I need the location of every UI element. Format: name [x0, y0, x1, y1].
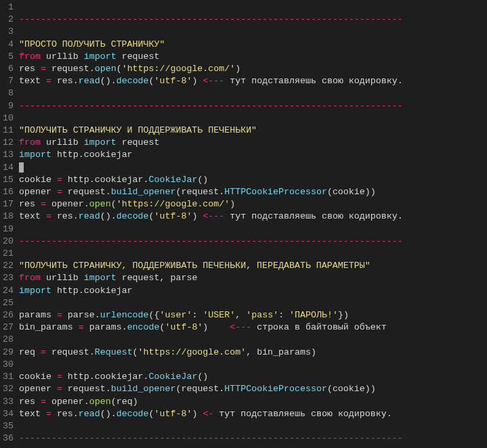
code-line[interactable]: 18text = res.read().decode('utf-8') <---… — [0, 210, 487, 223]
code-line[interactable]: 6res = request.open('https://google.com/… — [0, 63, 487, 75]
code-line[interactable]: 1 — [0, 1, 487, 14]
code-line[interactable]: 31cookie = http.cookiejar.CookieJar() — [0, 371, 487, 383]
variable: res — [19, 64, 35, 74]
code-line[interactable]: 21 — [0, 248, 487, 260]
operator-equals: = — [57, 187, 62, 197]
operator-equals: = — [57, 175, 62, 185]
keyword-import: import — [84, 137, 117, 148]
code-line[interactable]: 5from urllib import request — [0, 51, 487, 63]
class-name: Request — [95, 347, 133, 357]
module-name: http — [57, 286, 79, 296]
line-number: 21 — [0, 248, 19, 260]
code-line[interactable]: 28 — [0, 334, 487, 346]
object: res — [57, 409, 73, 419]
divider-dashes: ----------------------------------------… — [19, 433, 403, 443]
line-number: 19 — [0, 223, 19, 236]
line-number: 5 — [0, 51, 19, 63]
code-line[interactable]: 3 — [0, 26, 487, 38]
code-line[interactable]: 4"ПРОСТО ПОЛУЧИТЬ СТРАНИЧКУ" — [0, 39, 487, 51]
argument: cookie — [333, 384, 365, 394]
string-literal: 'https://google.com' — [138, 347, 247, 357]
line-number: 17 — [0, 198, 19, 210]
code-line[interactable]: 22"ПОЛУЧИТЬ СТРАНИЧКУ, ПОДДЕРЖИВАТЬ ПЕЧЕ… — [0, 260, 487, 272]
string-literal: 'https://google.com/' — [122, 64, 236, 74]
object: request — [181, 384, 219, 394]
code-line[interactable]: 16opener = request.build_opener(request.… — [0, 186, 487, 198]
line-number: 4 — [0, 39, 19, 51]
code-line[interactable]: 13import http.cookiejar — [0, 149, 487, 161]
code-line[interactable]: 33res = opener.open(req) — [0, 396, 487, 408]
string-literal: 'utf-8' — [154, 76, 192, 86]
code-line[interactable]: 12from urllib import request — [0, 137, 487, 149]
method: open — [95, 64, 117, 74]
method: read — [79, 211, 100, 221]
code-line[interactable]: 29req = request.Request('https://google.… — [0, 346, 487, 359]
code-line[interactable]: 14 — [0, 162, 487, 174]
line-number: 23 — [0, 272, 19, 284]
object: parse — [68, 310, 95, 320]
comment-text: строка в байтовый объект — [257, 322, 387, 332]
code-line[interactable]: 19 — [0, 223, 487, 236]
code-line[interactable]: 23from urllib import request, parse — [0, 272, 487, 284]
code-line[interactable]: 25 — [0, 297, 487, 309]
line-number: 29 — [0, 346, 19, 359]
section-title: "ПРОСТО ПОЛУЧИТЬ СТРАНИЧКУ" — [19, 39, 165, 49]
line-number: 9 — [0, 100, 19, 112]
class-name: HTTPCookieProcessor — [224, 187, 327, 197]
string-literal: 'utf-8' — [165, 322, 203, 332]
keyword-import: import — [84, 273, 117, 283]
code-line[interactable]: 32opener = request.build_opener(request.… — [0, 383, 487, 395]
code-editor[interactable]: 1 2-------------------------------------… — [0, 0, 487, 445]
variable: cookie — [19, 175, 51, 185]
code-line[interactable]: 36--------------------------------------… — [0, 432, 487, 445]
code-line[interactable]: 34text = res.read().decode('utf-8') <- т… — [0, 408, 487, 420]
class-name: CookieJar — [149, 372, 198, 382]
module-name: parse — [170, 273, 197, 283]
code-line[interactable]: 35 — [0, 420, 487, 432]
line-number: 10 — [0, 112, 19, 125]
method: read — [79, 409, 100, 419]
line-number: 34 — [0, 408, 19, 420]
operator-equals: = — [41, 397, 46, 407]
line-number: 32 — [0, 383, 19, 395]
variable: params — [19, 310, 51, 320]
code-line[interactable]: 30 — [0, 359, 487, 371]
object: opener — [51, 199, 84, 209]
section-title: "ПОЛУЧИТЬ СТРАНИЧКУ И ПОДДЕРЖИВАТЬ ПЕЧЕН… — [19, 125, 257, 135]
object: request — [68, 384, 106, 394]
object: res — [57, 76, 73, 86]
code-line[interactable]: 26params = parse.urlencode({'user': 'USE… — [0, 309, 487, 321]
code-line[interactable]: 9---------------------------------------… — [0, 100, 487, 112]
code-line[interactable]: 8 — [0, 87, 487, 99]
variable: text — [19, 211, 41, 221]
code-line[interactable]: 15cookie = http.cookiejar.CookieJar() — [0, 174, 487, 186]
section-title: "ПОЛУЧИТЬ СТРАНИЧКУ, ПОДДЕРЖИВАТЬ ПЕЧЕНЬ… — [19, 261, 370, 271]
code-line[interactable]: 2---------------------------------------… — [0, 14, 487, 26]
code-line[interactable]: 10 — [0, 112, 487, 125]
operator-equals: = — [41, 347, 46, 357]
module-name: urllib — [46, 137, 79, 148]
method: build_opener — [111, 384, 176, 394]
operator-equals: = — [41, 199, 46, 209]
object: opener — [51, 397, 84, 407]
line-number: 25 — [0, 297, 19, 309]
string-literal: 'utf-8' — [154, 409, 192, 419]
keyword-import: import — [84, 51, 117, 62]
module-name: http — [57, 150, 79, 160]
module-name: request — [122, 137, 160, 148]
string-literal: 'user' — [160, 310, 192, 320]
comment-text: тут подставляешь свою кодировку. — [230, 211, 402, 221]
line-number: 24 — [0, 285, 19, 297]
module-name: cookiejar — [95, 175, 144, 185]
line-number: 33 — [0, 396, 19, 408]
string-literal: 'pass' — [246, 310, 278, 320]
variable: text — [19, 409, 41, 419]
method: open — [89, 397, 111, 407]
code-line[interactable]: 17res = opener.open('https://google.com/… — [0, 198, 487, 210]
code-line[interactable]: 20--------------------------------------… — [0, 236, 487, 248]
code-line[interactable]: 7text = res.read().decode('utf-8') <--- … — [0, 75, 487, 87]
code-line[interactable]: 27bin_params = params.encode('utf-8') <-… — [0, 321, 487, 334]
code-line[interactable]: 11"ПОЛУЧИТЬ СТРАНИЧКУ И ПОДДЕРЖИВАТЬ ПЕЧ… — [0, 125, 487, 137]
code-line[interactable]: 24import http.cookiejar — [0, 285, 487, 297]
divider-dashes: ----------------------------------------… — [19, 14, 403, 24]
